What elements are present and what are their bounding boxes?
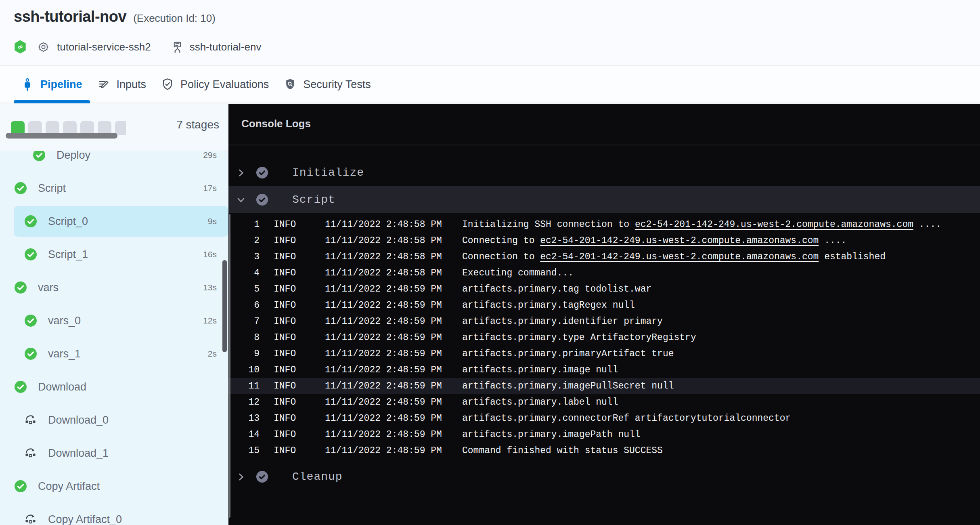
service-gear-icon xyxy=(38,41,49,53)
log-text: artifacts.primary.identifier primary xyxy=(462,316,663,327)
log-row[interactable]: 4INFO11/11/2022 2:48:58 PMExecuting comm… xyxy=(228,265,980,281)
log-timestamp: 11/11/2022 2:48:59 PM xyxy=(325,349,462,359)
log-level: INFO xyxy=(274,381,325,391)
log-message: artifacts.primary.connectorRef artifacto… xyxy=(462,413,980,424)
tab-policy-evaluations-label: Policy Evaluations xyxy=(180,78,269,91)
console-scrollbar-thumb[interactable] xyxy=(229,214,230,518)
log-host-link[interactable]: ec2-54-201-142-249.us-west-2.compute.ama… xyxy=(635,219,913,230)
log-row[interactable]: 12INFO11/11/2022 2:48:59 PMartifacts.pri… xyxy=(228,394,980,410)
log-text: artifacts.primary.label null xyxy=(462,397,618,407)
stage-duration: 29s xyxy=(203,150,217,160)
stage-duration: 12s xyxy=(203,316,217,326)
service-name[interactable]: tutorial-service-ssh2 xyxy=(57,41,151,53)
log-text: artifacts.primary.type ArtifactoryRegist… xyxy=(462,332,696,343)
log-line-number: 11 xyxy=(228,381,260,391)
log-row[interactable]: 9INFO11/11/2022 2:48:59 PMartifacts.prim… xyxy=(228,346,980,362)
stage-duration: 17s xyxy=(203,183,217,193)
log-host-link[interactable]: ec2-54-201-142-249.us-west-2.compute.ama… xyxy=(540,252,819,262)
page-header: ssh-tutorial-nov (Execution Id: 10) ∞ tu… xyxy=(0,0,980,66)
log-text: artifacts.primary.tagRegex null xyxy=(462,300,635,311)
log-text: Initializing SSH connection to xyxy=(462,219,635,230)
log-level: INFO xyxy=(274,219,325,230)
log-row[interactable]: 8INFO11/11/2022 2:48:59 PMartifacts.prim… xyxy=(228,330,980,346)
console-section-cleanup[interactable]: Cleanup xyxy=(228,463,980,490)
console-section-script[interactable]: Script xyxy=(228,186,980,213)
command-step-icon xyxy=(25,514,36,525)
log-level: INFO xyxy=(274,349,325,359)
success-badge-icon xyxy=(256,167,268,178)
page-title: ssh-tutorial-nov xyxy=(14,8,126,25)
tab-bar: Pipeline Inputs Policy Evaluations xyxy=(0,66,980,103)
log-message: artifacts.primary.label null xyxy=(462,397,980,407)
log-timestamp: 11/11/2022 2:48:58 PM xyxy=(325,235,462,246)
log-text: Connection to xyxy=(462,252,540,262)
log-timestamp: 11/11/2022 2:48:58 PM xyxy=(325,268,462,278)
stage-label: vars_0 xyxy=(48,315,81,327)
tab-inputs[interactable]: Inputs xyxy=(90,66,154,103)
log-text: Connecting to xyxy=(462,235,540,246)
console-section-label: Cleanup xyxy=(292,470,343,483)
environment-name[interactable]: ssh-tutorial-env xyxy=(190,41,262,53)
stage-row[interactable]: Script_116s xyxy=(0,238,228,271)
log-timestamp: 11/11/2022 2:48:59 PM xyxy=(325,284,462,294)
log-timestamp: 11/11/2022 2:48:59 PM xyxy=(325,397,462,407)
console-panel: Console Logs Initialize Script 1INFO11/1… xyxy=(228,104,980,525)
tab-pipeline[interactable]: Pipeline xyxy=(14,66,90,103)
log-line-number: 15 xyxy=(228,445,260,456)
log-row[interactable]: 3INFO11/11/2022 2:48:58 PMConnection to … xyxy=(228,249,980,265)
log-line-number: 6 xyxy=(228,300,260,311)
stage-row[interactable]: Download_1 xyxy=(0,437,228,470)
tab-pipeline-label: Pipeline xyxy=(40,78,82,91)
stage-progress-segment[interactable] xyxy=(115,121,126,135)
log-line-number: 13 xyxy=(228,413,260,424)
stage-label: vars_1 xyxy=(48,348,81,360)
log-row[interactable]: 6INFO11/11/2022 2:48:59 PMartifacts.prim… xyxy=(228,297,980,313)
log-message: Connection to ec2-54-201-142-249.us-west… xyxy=(462,252,980,262)
log-text: .... xyxy=(913,219,941,230)
log-row[interactable]: 5INFO11/11/2022 2:48:59 PMartifacts.prim… xyxy=(228,281,980,297)
log-row[interactable]: 14INFO11/11/2022 2:48:59 PMartifacts.pri… xyxy=(228,426,980,443)
log-row[interactable]: 7INFO11/11/2022 2:48:59 PMartifacts.prim… xyxy=(228,313,980,330)
stage-row[interactable]: Copy Artifact_0 xyxy=(0,503,228,525)
tab-policy-evaluations[interactable]: Policy Evaluations xyxy=(154,66,276,103)
log-host-link[interactable]: ec2-54-201-142-249.us-west-2.compute.ama… xyxy=(540,235,819,246)
stage-row[interactable]: Download_0 xyxy=(0,403,228,437)
stage-label: Download_1 xyxy=(48,447,109,460)
success-check-icon xyxy=(15,182,27,194)
chevron-down-icon[interactable] xyxy=(236,195,246,205)
chevron-right-icon[interactable] xyxy=(236,168,246,178)
log-row[interactable]: 15INFO11/11/2022 2:48:59 PMCommand finis… xyxy=(228,443,980,459)
stages-count: 7 stages xyxy=(176,118,219,131)
log-line-number: 12 xyxy=(228,397,260,407)
console-section-initialize[interactable]: Initialize xyxy=(228,159,980,186)
log-row[interactable]: 13INFO11/11/2022 2:48:59 PMartifacts.pri… xyxy=(228,410,980,426)
stage-label: vars xyxy=(38,281,59,294)
stage-row[interactable]: Script_09s xyxy=(0,205,228,238)
horizontal-scrollbar-thumb[interactable] xyxy=(6,133,117,139)
log-level: INFO xyxy=(274,252,325,262)
log-level: INFO xyxy=(274,284,325,294)
log-row[interactable]: 1INFO11/11/2022 2:48:58 PMInitializing S… xyxy=(228,216,980,233)
log-level: INFO xyxy=(274,268,325,278)
log-row[interactable]: 2INFO11/11/2022 2:48:58 PMConnecting to … xyxy=(228,233,980,249)
stage-row[interactable]: vars_012s xyxy=(0,304,228,337)
chevron-right-icon[interactable] xyxy=(236,472,246,482)
execution-id: (Execution Id: 10) xyxy=(133,12,216,25)
stage-row[interactable]: Download xyxy=(0,370,228,403)
stage-row[interactable]: Copy Artifact xyxy=(0,470,228,503)
stage-row[interactable]: vars_12s xyxy=(0,337,228,370)
log-level: INFO xyxy=(274,332,325,343)
log-message: artifacts.primary.tagRegex null xyxy=(462,300,980,311)
stage-row[interactable]: Script17s xyxy=(0,172,228,205)
log-timestamp: 11/11/2022 2:48:59 PM xyxy=(325,332,462,343)
log-row[interactable]: 11INFO11/11/2022 2:48:59 PMartifacts.pri… xyxy=(228,378,980,394)
tab-security-tests[interactable]: Security Tests xyxy=(276,66,379,103)
log-row[interactable]: 10INFO11/11/2022 2:48:59 PMartifacts.pri… xyxy=(228,362,980,378)
sidebar-scrollbar-thumb[interactable] xyxy=(222,260,227,352)
success-check-icon xyxy=(25,348,37,360)
stage-row[interactable]: vars13s xyxy=(0,271,228,304)
success-badge-icon xyxy=(256,471,268,483)
log-level: INFO xyxy=(274,316,325,327)
log-text: established xyxy=(819,252,886,262)
log-message: Connecting to ec2-54-201-142-249.us-west… xyxy=(462,235,980,246)
